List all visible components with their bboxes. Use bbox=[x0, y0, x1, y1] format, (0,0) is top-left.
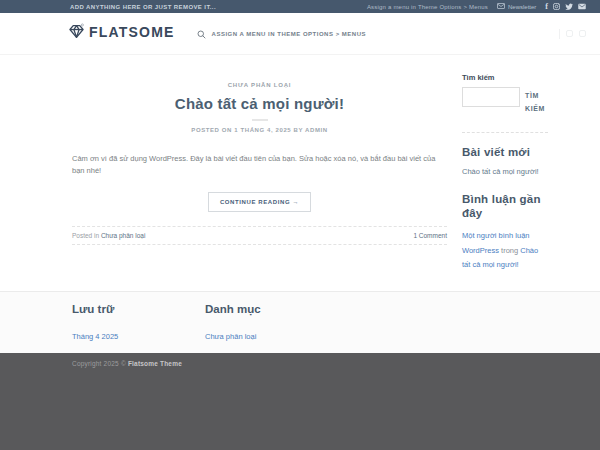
comments-count-link[interactable]: 1 Comment bbox=[413, 232, 447, 239]
logo-text: FLATSOME bbox=[89, 23, 175, 41]
continue-reading-wrap: CONTINUE READING → bbox=[72, 190, 447, 212]
search-widget: Tìm kiếm TÌM KIẾM bbox=[462, 73, 548, 116]
post-footer: Posted in Chưa phân loại 1 Comment bbox=[72, 226, 447, 245]
footer-archives-list: Tháng 4 2025 bbox=[72, 325, 205, 343]
header-secondary-icon[interactable] bbox=[566, 30, 573, 37]
post-excerpt: Cảm ơn vì đã sử dụng WordPress. Đây là b… bbox=[72, 153, 447, 178]
search-input[interactable] bbox=[462, 87, 520, 107]
absolute-footer: Copyright 2025 © Flatsome Theme bbox=[0, 353, 600, 450]
posted-in-label: Posted in bbox=[72, 232, 99, 239]
header-nav: ASSIGN A MENU IN THEME OPTIONS > MENUS bbox=[197, 25, 366, 43]
post-header: CHƯA PHÂN LOẠI Chào tất cả mọi người! PO… bbox=[72, 73, 447, 133]
copyright-prefix: Copyright 2025 © bbox=[72, 360, 128, 367]
topbar-message: ADD ANYTHING HERE OR JUST REMOVE IT... bbox=[70, 4, 216, 10]
posted-in-category-link[interactable]: Chưa phân loại bbox=[101, 232, 145, 239]
footer-category-link[interactable]: Chưa phân loại bbox=[205, 332, 256, 341]
twitter-icon[interactable] bbox=[565, 3, 573, 10]
header-divider bbox=[559, 29, 560, 39]
header-left: FLATSOME ASSIGN A MENU IN THEME OPTIONS … bbox=[68, 23, 366, 44]
posted-in: Posted in Chưa phân loại bbox=[72, 232, 145, 239]
footer-archives-widget: Lưu trữ Tháng 4 2025 bbox=[72, 303, 205, 343]
post-meta: POSTED ON 1 THÁNG 4, 2025 BY ADMIN bbox=[72, 127, 447, 133]
recent-posts-list: Chào tất cả mọi người! bbox=[462, 167, 548, 176]
search-icon[interactable] bbox=[197, 25, 206, 43]
instagram-icon[interactable] bbox=[553, 3, 560, 10]
list-item: Chào tất cả mọi người! bbox=[462, 167, 548, 176]
header-right-icons bbox=[559, 29, 586, 39]
list-item: Tháng 4 2025 bbox=[72, 325, 205, 343]
list-item: Chưa phân loại bbox=[205, 325, 338, 343]
post-title: Chào tất cả mọi người! bbox=[72, 95, 447, 112]
recent-comments-heading: Bình luận gần đây bbox=[462, 192, 548, 222]
footer-categories-heading: Danh mục bbox=[205, 303, 338, 315]
footer-categories-widget: Danh mục Chưa phân loại bbox=[205, 303, 338, 343]
main-content: CHƯA PHÂN LOẠI Chào tất cả mọi người! PO… bbox=[0, 55, 600, 291]
recent-post-link[interactable]: Chào tất cả mọi người! bbox=[462, 167, 539, 176]
flatsome-gem-icon bbox=[68, 23, 85, 44]
blog-post: CHƯA PHÂN LOẠI Chào tất cả mọi người! PO… bbox=[72, 73, 447, 291]
email-icon[interactable] bbox=[578, 3, 586, 10]
social-icons: f bbox=[545, 3, 586, 11]
recent-posts-widget: Bài viết mới Chào tất cả mọi người! bbox=[462, 145, 548, 176]
topbar-assign-menu-link[interactable]: Assign a menu in Theme Options > Menus bbox=[367, 4, 488, 10]
footer-archives-heading: Lưu trữ bbox=[72, 303, 205, 315]
recent-comment-item: Một người bình luận WordPress trong Chào… bbox=[462, 229, 548, 272]
footer-archive-link[interactable]: Tháng 4 2025 bbox=[72, 332, 118, 341]
topbar: ADD ANYTHING HERE OR JUST REMOVE IT... A… bbox=[0, 0, 600, 13]
header-cart-icon[interactable] bbox=[579, 30, 586, 37]
copyright-brand: Flatsome Theme bbox=[128, 360, 182, 367]
post-category-link[interactable]: CHƯA PHÂN LOẠI bbox=[228, 82, 292, 88]
topbar-right: Assign a menu in Theme Options > Menus N… bbox=[367, 3, 586, 11]
search-submit-button[interactable]: TÌM KIẾM bbox=[525, 87, 548, 116]
recent-posts-heading: Bài viết mới bbox=[462, 145, 548, 160]
continue-reading-button[interactable]: CONTINUE READING → bbox=[208, 192, 311, 212]
footer-widgets: Lưu trữ Tháng 4 2025 Danh mục Chưa phân … bbox=[0, 291, 600, 353]
facebook-icon[interactable]: f bbox=[545, 3, 548, 11]
copyright-text: Copyright 2025 © Flatsome Theme bbox=[72, 360, 548, 367]
sidebar: Tìm kiếm TÌM KIẾM Bài viết mới Chào tất … bbox=[462, 73, 548, 291]
envelope-icon bbox=[497, 3, 505, 10]
newsletter-link[interactable]: Newsletter bbox=[497, 3, 536, 10]
sidebar-divider bbox=[462, 132, 548, 133]
header-assign-menu-link[interactable]: ASSIGN A MENU IN THEME OPTIONS > MENUS bbox=[212, 31, 366, 37]
site-logo[interactable]: FLATSOME bbox=[68, 23, 175, 44]
footer-categories-list: Chưa phân loại bbox=[205, 325, 338, 343]
newsletter-label: Newsletter bbox=[508, 4, 536, 10]
search-widget-label: Tìm kiếm bbox=[462, 73, 548, 82]
site-header: FLATSOME ASSIGN A MENU IN THEME OPTIONS … bbox=[0, 13, 600, 55]
search-form: TÌM KIẾM bbox=[462, 87, 548, 116]
comment-connector: trong bbox=[499, 246, 520, 255]
recent-comments-widget: Bình luận gần đây Một người bình luận Wo… bbox=[462, 192, 548, 273]
title-divider bbox=[252, 119, 268, 121]
